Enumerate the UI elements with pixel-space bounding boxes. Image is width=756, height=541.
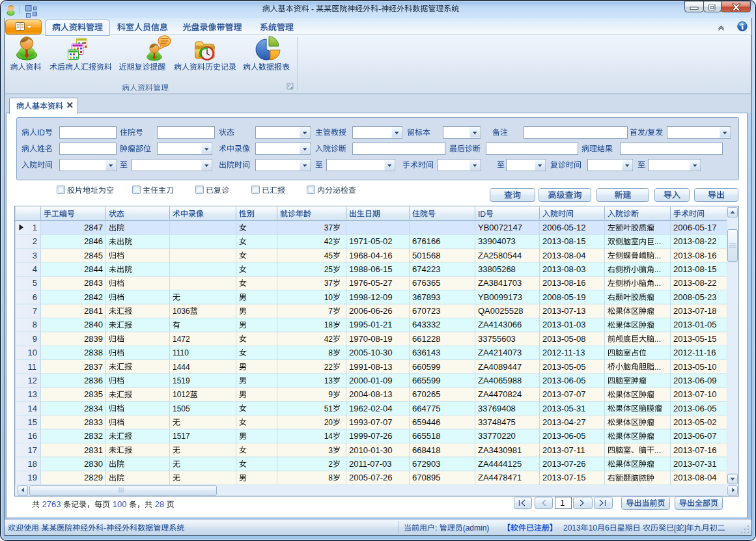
svg-text:2013-04-27: 2013-04-27 [542, 417, 586, 427]
svg-text:22: 22 [324, 363, 333, 372]
svg-text:2836: 2836 [84, 376, 103, 385]
svg-text:20: 20 [324, 418, 333, 427]
svg-text:12: 12 [28, 376, 37, 385]
svg-text:2013-07-13: 2013-07-13 [542, 306, 586, 316]
svg-text:51: 51 [324, 404, 333, 413]
svg-text:ZA4470824: ZA4470824 [478, 389, 522, 399]
svg-text:33748475: 33748475 [478, 417, 516, 427]
svg-text:670723: 670723 [412, 306, 440, 316]
svg-text:10: 10 [589, 523, 598, 533]
svg-text:100: 100 [113, 499, 127, 509]
svg-text:2013-08-15: 2013-08-15 [673, 264, 717, 274]
svg-text:2835: 2835 [84, 389, 103, 399]
svg-text:1998-12-09: 1998-12-09 [349, 292, 393, 302]
svg-text:2013-06-09: 2013-06-09 [673, 376, 717, 385]
svg-text:14: 14 [28, 404, 37, 413]
svg-text:1988-06-15: 1988-06-15 [349, 264, 393, 274]
svg-text:...: ... [654, 265, 661, 274]
svg-text:2013-01-05: 2013-01-05 [673, 320, 717, 329]
svg-text:ZA3841703: ZA3841703 [478, 278, 522, 288]
svg-text:14: 14 [324, 432, 333, 441]
svg-text:2012-11-13: 2012-11-13 [542, 348, 585, 357]
svg-text:6: 6 [605, 523, 609, 533]
svg-text:17: 17 [28, 445, 37, 455]
svg-text:2840: 2840 [84, 320, 103, 329]
svg-text:2013-06-05: 2013-06-05 [542, 376, 586, 385]
svg-text:2013-07-16: 2013-07-16 [673, 445, 717, 455]
svg-text:4: 4 [33, 264, 37, 274]
svg-text:YB0072147: YB0072147 [478, 223, 522, 232]
svg-text:2006-05-17: 2006-05-17 [673, 223, 717, 232]
svg-text:42: 42 [324, 335, 333, 344]
svg-text:13: 13 [324, 376, 333, 385]
svg-text:1517: 1517 [173, 432, 190, 441]
svg-text:367893: 367893 [412, 292, 440, 302]
svg-text:643332: 643332 [412, 320, 440, 329]
svg-text:18: 18 [28, 459, 37, 469]
svg-text:2012-11-16: 2012-11-16 [673, 348, 716, 357]
svg-text:676365: 676365 [412, 278, 440, 288]
svg-text:2010-01-30: 2010-01-30 [349, 445, 393, 455]
svg-text:5: 5 [33, 278, 37, 288]
svg-text:10: 10 [28, 348, 37, 357]
svg-text:1: 1 [33, 223, 37, 232]
svg-text:ZA3430981: ZA3430981 [478, 445, 522, 455]
svg-text:2006-05-12: 2006-05-12 [542, 223, 586, 232]
svg-text::: : [435, 523, 440, 533]
svg-text:33805268: 33805268 [478, 264, 516, 274]
svg-text:25: 25 [324, 265, 333, 274]
svg-text:2013-01-03: 2013-01-03 [542, 320, 586, 329]
svg-text:2013-08-15: 2013-08-15 [542, 236, 586, 246]
svg-text:2013-08-22: 2013-08-22 [673, 236, 717, 246]
svg-text:2013-07-07: 2013-07-07 [542, 389, 586, 399]
svg-text:QA0025528: QA0025528 [478, 306, 523, 316]
svg-text:19: 19 [28, 473, 37, 482]
svg-text:9: 9 [33, 334, 37, 344]
svg-text:2830: 2830 [84, 459, 103, 469]
svg-text:1970-08-19: 1970-08-19 [349, 334, 393, 344]
svg-text:10: 10 [324, 293, 333, 302]
svg-text:-: - [104, 523, 106, 533]
svg-text:ID: ID [37, 128, 45, 137]
svg-text:37: 37 [324, 279, 333, 288]
svg-text:2847: 2847 [84, 223, 103, 232]
svg-text:2005-07-26: 2005-07-26 [349, 473, 393, 482]
svg-text:2013-06-05: 2013-06-05 [673, 404, 717, 413]
svg-text:2834: 2834 [84, 404, 103, 413]
svg-text:1968-04-16: 1968-04-16 [349, 251, 393, 260]
svg-text:1110: 1110 [173, 348, 189, 357]
svg-text:ZA4089447: ZA4089447 [478, 362, 522, 372]
svg-text:2833: 2833 [84, 417, 103, 427]
svg-text:1: 1 [560, 498, 565, 508]
svg-text:2013-08-04: 2013-08-04 [673, 473, 717, 482]
svg-text:1472: 1472 [173, 335, 190, 344]
svg-text:2013-07-18: 2013-07-18 [673, 306, 717, 316]
svg-text:42: 42 [324, 237, 333, 246]
svg-text:8: 8 [328, 473, 333, 482]
svg-text:636143: 636143 [412, 348, 440, 357]
svg-text:6: 6 [33, 292, 37, 302]
svg-text:11: 11 [28, 362, 37, 372]
svg-text:33904073: 33904073 [478, 236, 516, 246]
svg-text:ZA4143066: ZA4143066 [478, 320, 522, 329]
svg-text:...: ... [654, 251, 661, 260]
svg-text:2843: 2843 [84, 278, 103, 288]
svg-text:33769408: 33769408 [478, 404, 516, 413]
svg-text:7: 7 [328, 307, 333, 316]
svg-text:665518: 665518 [412, 431, 440, 441]
svg-text:16: 16 [28, 431, 37, 441]
svg-text:676166: 676166 [412, 236, 440, 246]
svg-text:33770220: 33770220 [478, 431, 516, 441]
svg-text:...: ... [654, 237, 661, 246]
svg-text:661228: 661228 [412, 334, 440, 344]
svg-text:...: ... [654, 363, 661, 372]
svg-text:3: 3 [328, 446, 333, 455]
svg-text:2013-05-15: 2013-05-15 [673, 334, 717, 344]
svg-text:1976-05-27: 1976-05-27 [349, 278, 393, 288]
svg-text:2013-08-03: 2013-08-03 [542, 264, 586, 274]
svg-text:664775: 664775 [412, 404, 440, 413]
svg-text:45: 45 [324, 251, 333, 260]
svg-text:2013-07-15: 2013-07-15 [542, 473, 586, 482]
svg-text:668418: 668418 [412, 445, 440, 455]
svg-text:...: ... [654, 279, 661, 288]
